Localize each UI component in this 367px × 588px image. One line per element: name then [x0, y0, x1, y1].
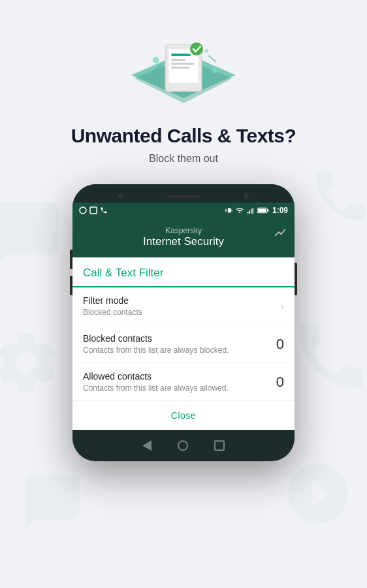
app-title: Internet Security [143, 235, 224, 248]
svg-rect-5 [171, 59, 185, 61]
phone: 1:09 Kaspersky Internet Security Call & … [72, 184, 295, 461]
svg-point-8 [190, 42, 203, 56]
chart-icon[interactable] [274, 226, 287, 242]
svg-rect-7 [171, 67, 189, 69]
close-button[interactable]: Close [171, 410, 196, 421]
status-time: 1:09 [272, 206, 288, 215]
filter-mode-item[interactable]: Filter mode Blocked contacts › [72, 287, 295, 325]
phone-top-bar [72, 184, 295, 203]
back-nav-button[interactable] [142, 440, 152, 451]
allowed-contacts-text: Allowed contacts Contacts from this list… [83, 371, 229, 393]
phone-mockup-container: 1:09 Kaspersky Internet Security Call & … [0, 184, 367, 461]
home-nav-button[interactable] [178, 440, 188, 451]
blocked-contacts-count: 0 [276, 336, 284, 353]
header-area: Unwanted Calls & Texts? Block them out [0, 0, 367, 165]
status-icon-3 [100, 206, 108, 214]
svg-line-13 [208, 56, 216, 62]
card: Call & Text Filter Filter mode Blocked c… [72, 257, 295, 430]
svg-rect-6 [171, 63, 194, 65]
filter-mode-title: Filter mode [83, 295, 142, 306]
svg-rect-18 [251, 209, 252, 214]
svg-rect-4 [171, 54, 191, 56]
allowed-contacts-subtitle: Contacts from this list are always allow… [83, 384, 229, 393]
status-bar: 1:09 [72, 203, 295, 218]
front-camera-left [118, 193, 123, 199]
status-left-icons [79, 206, 108, 214]
phone-nav-bar [72, 430, 295, 461]
earpiece-speaker [167, 195, 200, 198]
hero-subtitle: Block them out [149, 153, 218, 165]
svg-rect-22 [258, 208, 266, 212]
blocked-contacts-title: Blocked contacts [83, 333, 229, 344]
status-icon-2 [89, 206, 97, 214]
phone-wrapper: 1:09 Kaspersky Internet Security Call & … [72, 184, 295, 461]
status-icon-1 [79, 206, 87, 214]
signal-icon [246, 206, 255, 214]
filter-mode-text: Filter mode Blocked contacts [83, 295, 142, 317]
close-button-row: Close [72, 400, 295, 430]
hero-title: Unwanted Calls & Texts? [71, 124, 296, 148]
app-header: Kaspersky Internet Security [72, 218, 295, 257]
allowed-contacts-item[interactable]: Allowed contacts Contacts from this list… [72, 363, 295, 400]
svg-rect-17 [249, 210, 250, 214]
blocked-contacts-item[interactable]: Blocked contacts Contacts from this list… [72, 325, 295, 363]
svg-point-11 [204, 49, 208, 53]
allowed-contacts-count: 0 [276, 374, 284, 391]
wifi-icon [235, 206, 244, 214]
svg-rect-19 [252, 208, 253, 214]
chevron-right-icon: › [281, 301, 284, 312]
card-header: Call & Text Filter [72, 257, 295, 287]
power-button [295, 263, 297, 295]
status-right-icons: 1:09 [225, 206, 288, 215]
allowed-contacts-title: Allowed contacts [83, 371, 229, 382]
recents-nav-button[interactable] [214, 440, 225, 451]
blocked-contacts-subtitle: Contacts from this list are always block… [83, 346, 229, 355]
svg-rect-21 [267, 209, 268, 212]
filter-mode-subtitle: Blocked contacts [83, 308, 142, 317]
front-camera-right [244, 193, 249, 199]
vibrate-icon [225, 206, 233, 214]
svg-point-10 [212, 68, 217, 73]
card-header-title: Call & Text Filter [83, 267, 163, 279]
svg-rect-15 [90, 207, 97, 214]
blocked-contacts-text: Blocked contacts Contacts from this list… [83, 333, 229, 355]
svg-point-14 [80, 207, 86, 214]
app-brand: Kaspersky [165, 226, 202, 235]
svg-rect-16 [247, 212, 249, 214]
battery-icon [257, 206, 269, 214]
svg-point-9 [153, 57, 159, 63]
hero-illustration [131, 26, 236, 111]
